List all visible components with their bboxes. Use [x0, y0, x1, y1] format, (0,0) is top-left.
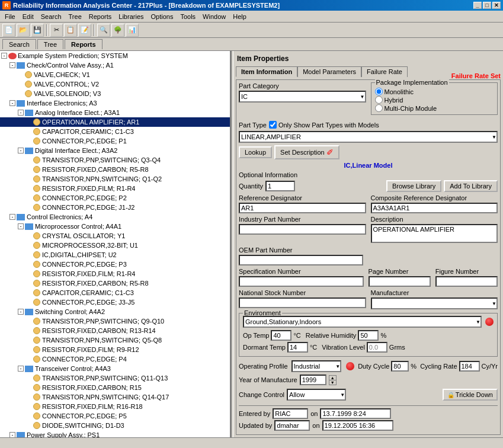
menu-tools[interactable]: Tools [177, 12, 199, 21]
ref-des-field[interactable] [239, 203, 366, 213]
expand-icon[interactable]: - [18, 309, 24, 315]
tree-item[interactable]: CAPACITOR,CERAMIC; C1-C3 [0, 288, 230, 297]
tree-item[interactable]: IC,DIGITAL,CHIPSET; U2 [0, 250, 230, 260]
set-description-button[interactable]: Set Description ✐ [274, 145, 339, 159]
tree-item[interactable]: TRANSISTOR,PNP,SWITCHING; Q3-Q4 [0, 155, 230, 165]
toolbar-btn-7[interactable]: 🔍 [97, 24, 110, 37]
tree-item[interactable]: DIODE,SWITCHING; D1-D3 [0, 421, 230, 430]
updated-on-field[interactable] [322, 420, 393, 431]
tree-item[interactable]: RESISTOR,FIXED,FILM; R1-R4 [0, 269, 230, 279]
tree-item[interactable]: CONNECTOR,PC,EDGE; P2 [0, 193, 230, 203]
oem-part-field[interactable] [239, 255, 363, 265]
tree-item[interactable]: CRYSTAL OSCILLATOR; Y1 [0, 231, 230, 241]
tree-item[interactable]: -Analog Interface Elect.; A3A1 [0, 108, 230, 117]
toolbar-btn-3[interactable]: 💾 [31, 24, 44, 37]
tree-item[interactable]: RESISTOR,FIXED,CARBON; R13-R14 [0, 326, 230, 335]
change-control-select[interactable]: Allow [287, 389, 346, 401]
maximize-button[interactable]: □ [483, 2, 491, 9]
updated-by-field[interactable] [274, 420, 310, 431]
tree-item[interactable]: VALVE,CHECK; V1 [0, 70, 230, 79]
tree-item[interactable]: TRANSISTOR,NPN,SWITCHING; Q5-Q8 [0, 335, 230, 345]
operating-profile-reset-icon[interactable] [346, 362, 354, 370]
spec-number-field[interactable] [239, 276, 364, 287]
part-type-checkbox[interactable] [269, 121, 277, 129]
expand-icon[interactable]: - [18, 223, 24, 229]
tree-item[interactable]: -Check/Control Valve Assy.; A1 [0, 60, 230, 70]
browse-library-button[interactable]: Browse Library [386, 180, 441, 192]
relative-humidity-field[interactable] [358, 330, 379, 341]
tree-item[interactable]: VALVE,SOLENOID; V3 [0, 89, 230, 98]
props-tab-item-info[interactable]: Item Information [236, 66, 297, 77]
tree-root[interactable]: - Example System Prediction; SYSTEM [0, 51, 230, 60]
tree-item[interactable]: CAPACITOR,CERAMIC; C1-C3 [0, 127, 230, 136]
tree-item[interactable]: CONNECTOR,PC,EDGE; J1-J2 [0, 203, 230, 212]
part-category-select-wrapper[interactable]: IC [239, 91, 366, 103]
expand-icon[interactable]: - [9, 100, 15, 106]
toolbar-btn-6[interactable]: 📝 [78, 24, 91, 37]
toolbar-btn-1[interactable]: 📄 [2, 24, 15, 37]
tree-item[interactable]: CONNECTOR,PC,EDGE; P3 [0, 260, 230, 269]
environment-reset-icon[interactable] [485, 318, 494, 326]
entered-by-field[interactable] [273, 408, 308, 419]
menu-tree[interactable]: Tree [65, 12, 85, 21]
radio-monolithic[interactable]: Monolithic [375, 88, 494, 95]
figure-number-field[interactable] [435, 276, 498, 287]
tab-reports[interactable]: Reports [65, 39, 102, 49]
environment-select-wrapper[interactable]: Ground,Stationary,Indoors [243, 316, 482, 328]
tree-item[interactable]: TRANSISTOR,PNP,SWITCHING; Q11-Q13 [0, 373, 230, 383]
toolbar-btn-2[interactable]: 📂 [17, 24, 30, 37]
tree-item[interactable]: RESISTOR,FIXED,CARBON; R15 [0, 383, 230, 392]
tree-item[interactable]: OPERATIONAL AMPLIFIER; AR1 [0, 117, 230, 127]
toolbar-btn-4[interactable]: ✂ [50, 24, 63, 37]
lookup-button[interactable]: Lookup [239, 146, 272, 158]
year-manufacture-field[interactable] [300, 375, 326, 385]
dormant-temp-field[interactable] [287, 342, 308, 353]
tree-item[interactable]: TRANSISTOR,NPN,SWITCHING; Q1-Q2 [0, 174, 230, 184]
tree-item[interactable]: -Digital Interface Elect.; A3A2 [0, 146, 230, 155]
industry-part-field[interactable] [239, 224, 366, 235]
national-stock-field[interactable] [239, 297, 366, 308]
radio-hybrid[interactable]: Hybrid [375, 96, 494, 104]
environment-select[interactable]: Ground,Stationary,Indoors [243, 316, 482, 328]
tree-item[interactable]: RESISTOR,FIXED,CARBON; R5-R8 [0, 165, 230, 174]
page-number-field[interactable] [369, 276, 431, 287]
tree-item[interactable]: -Transceiver Control; A4A3 [0, 364, 230, 373]
radio-multichip[interactable]: Multi-Chip Module [375, 104, 494, 112]
tree-item[interactable]: CONNECTOR,PC,EDGE; P4 [0, 354, 230, 364]
menu-file[interactable]: File [1, 12, 19, 21]
tab-tree[interactable]: Tree [37, 39, 63, 49]
toolbar-btn-8[interactable]: 🌳 [111, 24, 124, 37]
props-tab-failure-rate[interactable]: Failure Rate [361, 66, 408, 77]
menu-window[interactable]: Window [199, 12, 229, 21]
manufacturer-select-wrapper[interactable] [371, 297, 498, 309]
props-tab-model-params[interactable]: Model Parameters [297, 66, 361, 77]
menu-search[interactable]: Search [37, 12, 65, 21]
manufacturer-select[interactable] [371, 297, 498, 309]
tab-search[interactable]: Search [2, 39, 36, 49]
tree-item[interactable]: CONNECTOR,PC,EDGE; J3-J5 [0, 297, 230, 307]
toolbar-btn-9[interactable]: 📊 [126, 24, 139, 37]
expand-icon[interactable]: - [18, 110, 24, 116]
tree-item[interactable]: -Interface Electronics; A3 [0, 98, 230, 108]
cycling-rate-field[interactable] [459, 361, 480, 372]
operating-profile-select[interactable]: Industrial [291, 360, 342, 372]
op-temp-field[interactable] [271, 330, 291, 341]
year-spinner[interactable]: ▲ ▼ [329, 375, 337, 385]
tree-item[interactable]: TRANSISTOR,PNP,SWITCHING; Q9-Q10 [0, 316, 230, 326]
expand-icon[interactable]: - [18, 366, 24, 372]
part-category-select[interactable]: IC [239, 91, 366, 103]
tree-item[interactable]: RESISTOR,FIXED,CARBON; R5-R8 [0, 279, 230, 288]
year-down-btn[interactable]: ▼ [329, 380, 336, 385]
tree-item[interactable]: CONNECTOR,PC,EDGE; P1 [0, 136, 230, 146]
part-type-select[interactable]: LINEAR,AMPLIFIER [239, 131, 498, 143]
toolbar-btn-5[interactable]: 📋 [64, 24, 77, 37]
expand-root[interactable]: - [1, 53, 7, 59]
change-control-select-wrapper[interactable]: Allow [287, 389, 346, 401]
menu-edit[interactable]: Edit [19, 12, 37, 21]
year-up-btn[interactable]: ▲ [329, 376, 336, 380]
menu-reports[interactable]: Reports [85, 12, 116, 21]
tree-item[interactable]: TRANSISTOR,NPN,SWITCHING; Q14-Q17 [0, 392, 230, 402]
expand-icon[interactable]: - [18, 148, 24, 153]
close-button[interactable]: ✕ [492, 2, 501, 9]
tree-item[interactable]: RESISTOR,FIXED,FILM; R9-R12 [0, 345, 230, 354]
